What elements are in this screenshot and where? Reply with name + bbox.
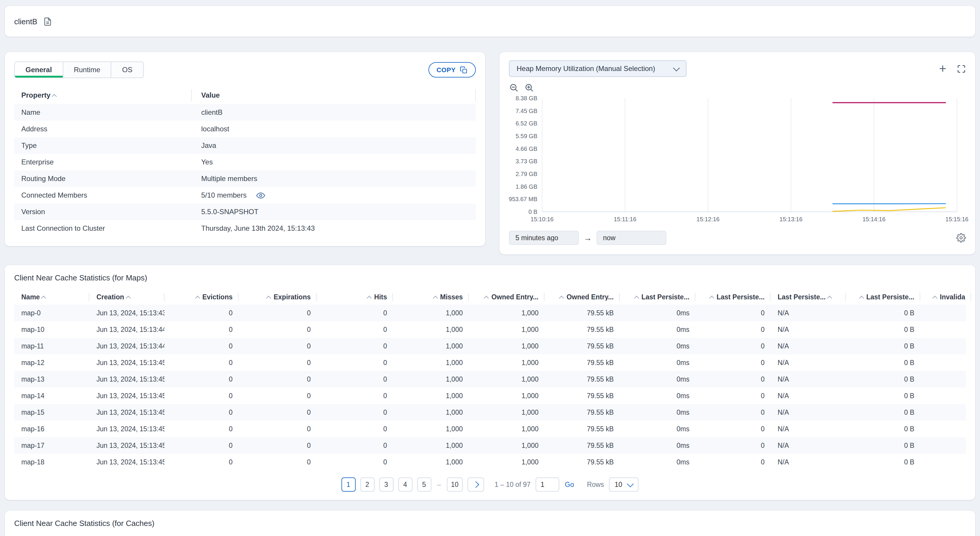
add-chart-icon[interactable]	[938, 64, 947, 73]
column-header[interactable]: Owned Entry...	[544, 535, 620, 536]
tab-general[interactable]: General	[15, 62, 63, 78]
table-cell: 0ms	[620, 305, 695, 321]
column-header[interactable]: Last Persiste...	[620, 535, 695, 536]
document-icon[interactable]	[43, 17, 52, 26]
time-from-input[interactable]	[509, 231, 579, 245]
sort-caret-icon	[560, 295, 565, 299]
maps-stats-panel: Client Near Cache Statistics (for Maps) …	[5, 265, 975, 500]
column-header[interactable]: Last Persiste...	[770, 289, 846, 305]
table-cell: 0	[164, 421, 239, 437]
pagination: 12345 – 10 1 – 10 of 97 Go Rows 10	[14, 477, 966, 491]
column-header[interactable]: Name	[14, 289, 89, 305]
column-header[interactable]: Last Persiste...	[695, 535, 770, 536]
copy-button-label: COPY	[436, 66, 456, 73]
table-cell: 1,000	[393, 388, 469, 404]
column-header[interactable]: Invalida	[920, 289, 971, 305]
table-cell: 79.55 kB	[544, 454, 620, 470]
sort-caret-icon	[933, 295, 938, 299]
next-page-button[interactable]	[468, 477, 484, 491]
column-header[interactable]: Last Persiste...	[695, 289, 770, 305]
last-page-button[interactable]: 10	[447, 477, 463, 491]
column-header[interactable]: Misses	[393, 535, 469, 536]
column-header[interactable]: Expirations	[239, 289, 317, 305]
property-value: localhost	[192, 125, 476, 133]
copy-button[interactable]: COPY	[428, 62, 476, 78]
page-button[interactable]: 1	[341, 477, 355, 491]
svg-text:5.59 GB: 5.59 GB	[516, 133, 537, 139]
table-cell: 0ms	[620, 404, 695, 421]
column-header[interactable]: Hits	[317, 289, 393, 305]
column-header[interactable]: Name	[14, 535, 89, 536]
column-header[interactable]: Owned Entry...	[544, 289, 620, 305]
eye-icon[interactable]	[256, 191, 265, 200]
column-header[interactable]: Last Persiste...	[846, 535, 920, 536]
column-header[interactable]: Evictions	[164, 289, 239, 305]
table-cell: 0	[695, 371, 770, 388]
table-cell: 0 B	[846, 305, 920, 321]
table-cell: N/A	[770, 338, 846, 355]
table-cell: 1,000	[393, 421, 469, 437]
table-cell: 0	[164, 437, 239, 454]
property-column-label: Property	[21, 91, 51, 99]
column-header[interactable]: Creation	[89, 535, 164, 536]
tab-runtime[interactable]: Runtime	[63, 62, 111, 78]
column-header[interactable]: Creation	[89, 289, 164, 305]
table-cell: 1,000	[393, 454, 469, 470]
column-header[interactable]: Last Persiste...	[620, 289, 695, 305]
property-table-header: Property Value	[14, 86, 476, 104]
property-value: Multiple members	[192, 175, 476, 183]
settings-gear-icon[interactable]	[956, 233, 966, 243]
column-header[interactable]: Owned Entry...	[469, 535, 544, 536]
svg-text:953.67 MB: 953.67 MB	[509, 196, 537, 202]
table-cell: map-17	[14, 437, 89, 454]
go-button[interactable]: Go	[565, 481, 574, 488]
column-header[interactable]: Last Persiste...	[770, 535, 846, 536]
table-cell	[920, 355, 971, 371]
column-header[interactable]: Expirations	[239, 535, 317, 536]
svg-text:4.66 GB: 4.66 GB	[516, 146, 537, 152]
table-cell: 79.55 kB	[544, 371, 620, 388]
table-cell: 1,000	[393, 404, 469, 421]
zoom-in-icon[interactable]	[524, 83, 534, 92]
column-header[interactable]: Invalida	[920, 535, 971, 536]
rows-per-page-select[interactable]: 10	[609, 477, 639, 491]
column-header[interactable]: Owned Entry...	[469, 289, 544, 305]
fullscreen-icon[interactable]	[957, 64, 966, 73]
chevron-down-icon	[627, 480, 634, 487]
pagination-range: 1 – 10 of 97	[495, 481, 531, 488]
table-cell: map-12	[14, 355, 89, 371]
maps-table: NameCreationEvictionsExpirationsHitsMiss…	[14, 289, 966, 470]
page-button[interactable]: 3	[379, 477, 393, 491]
table-cell: Jun 13, 2024, 15:13:45	[89, 371, 164, 388]
table-cell: 0	[164, 321, 239, 338]
column-header[interactable]: Hits	[317, 535, 393, 536]
page-button[interactable]: 2	[360, 477, 374, 491]
column-header[interactable]: Misses	[393, 289, 469, 305]
table-cell: Jun 13, 2024, 15:13:45	[89, 437, 164, 454]
property-column-header[interactable]: Property	[14, 86, 192, 104]
table-cell: Jun 13, 2024, 15:13:45	[89, 421, 164, 437]
page-button[interactable]: 4	[398, 477, 412, 491]
column-header-label: Invalida	[940, 293, 965, 301]
table-cell: 0	[164, 338, 239, 355]
time-to-input[interactable]	[597, 231, 667, 245]
property-value: 5.5.0-SNAPSHOT	[192, 208, 476, 216]
metrics-panel: Heap Memory Utilization (Manual Selectio…	[500, 52, 975, 254]
table-cell	[920, 404, 971, 421]
page-button[interactable]: 5	[417, 477, 431, 491]
table-cell: 0 B	[846, 338, 920, 355]
zoom-out-icon[interactable]	[509, 83, 519, 92]
table-cell: 0	[695, 321, 770, 338]
table-row: map-18Jun 13, 2024, 15:13:450001,0001,00…	[14, 454, 966, 470]
sort-caret-icon	[126, 295, 131, 299]
page-number-input[interactable]	[535, 477, 559, 491]
metric-select[interactable]: Heap Memory Utilization (Manual Selectio…	[509, 60, 686, 77]
table-cell: 0	[239, 321, 317, 338]
tab-os[interactable]: OS	[111, 62, 143, 78]
table-cell: map-0	[14, 305, 89, 321]
column-header[interactable]: Last Persiste...	[846, 289, 920, 305]
column-header-label: Expirations	[274, 293, 311, 301]
table-cell: 0	[239, 338, 317, 355]
column-header[interactable]: Evictions	[164, 535, 239, 536]
table-cell: 0	[164, 371, 239, 388]
